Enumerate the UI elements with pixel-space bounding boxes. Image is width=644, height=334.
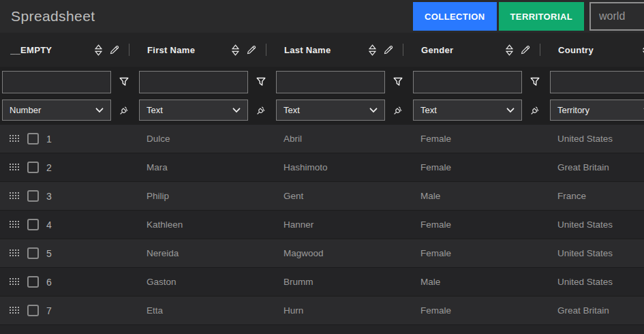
filter-input[interactable] bbox=[413, 71, 522, 93]
row-checkbox[interactable] bbox=[27, 190, 39, 202]
type-select[interactable]: Text bbox=[413, 100, 522, 121]
filter-input[interactable] bbox=[2, 71, 111, 93]
table-row[interactable]: 2 Mara Hashimoto Female Great Britain bbox=[0, 153, 644, 182]
type-select[interactable]: Text bbox=[276, 100, 385, 121]
cell-gender[interactable]: Male bbox=[411, 182, 548, 210]
row-checkbox[interactable] bbox=[27, 219, 39, 230]
type-select[interactable]: Territory bbox=[550, 100, 644, 121]
type-select[interactable]: Number bbox=[2, 100, 111, 121]
filter-icon[interactable] bbox=[393, 77, 403, 87]
cell-gender[interactable]: Female bbox=[411, 153, 548, 181]
cell-country[interactable]: Great Britain bbox=[548, 297, 644, 324]
drag-handle-icon[interactable] bbox=[10, 135, 20, 142]
cell-first-name[interactable]: Nereida bbox=[137, 239, 274, 267]
sort-icon[interactable] bbox=[94, 44, 103, 56]
edit-icon[interactable] bbox=[383, 44, 394, 55]
row-number: 3 bbox=[46, 191, 52, 202]
header-row: __EMPTY First Name bbox=[0, 33, 644, 67]
cell-gender[interactable]: Male bbox=[411, 268, 548, 296]
type-row: Number Text bbox=[0, 97, 644, 125]
filter-cell bbox=[411, 67, 548, 97]
filter-icon[interactable] bbox=[119, 77, 129, 87]
sort-icon[interactable] bbox=[231, 44, 240, 56]
connect-plug-icon[interactable] bbox=[119, 105, 129, 115]
filter-cell bbox=[274, 67, 411, 97]
row-checkbox[interactable] bbox=[27, 305, 39, 316]
type-select-value: Text bbox=[420, 105, 437, 115]
cell-country[interactable]: United States bbox=[548, 211, 644, 239]
column-header-label: __EMPTY bbox=[10, 45, 94, 55]
edit-icon[interactable] bbox=[246, 44, 257, 55]
type-cell: Text bbox=[137, 97, 274, 125]
cell-last-name[interactable]: Abril bbox=[274, 125, 411, 153]
rows-container: 1 Dulce Abril Female United States 2 Mar… bbox=[0, 125, 644, 325]
chevron-down-icon bbox=[506, 108, 515, 113]
cell-last-name[interactable]: Hashimoto bbox=[274, 153, 411, 181]
type-select-value: Number bbox=[10, 105, 41, 115]
search-input[interactable] bbox=[589, 2, 644, 31]
cell-first-name[interactable]: Dulce bbox=[137, 125, 274, 153]
cell-country[interactable]: France bbox=[548, 182, 644, 210]
cell-gender[interactable]: Female bbox=[411, 239, 548, 267]
connect-plug-icon[interactable] bbox=[530, 105, 540, 115]
connect-plug-icon[interactable] bbox=[393, 105, 403, 115]
cell-first-name[interactable]: Mara bbox=[137, 153, 274, 181]
drag-handle-icon[interactable] bbox=[10, 278, 20, 286]
cell-gender[interactable]: Female bbox=[411, 125, 548, 153]
cell-last-name[interactable]: Magwood bbox=[274, 239, 411, 267]
column-separator bbox=[266, 44, 266, 56]
filter-icon[interactable] bbox=[530, 77, 540, 87]
table-row[interactable]: 6 Gaston Brumm Male United States bbox=[0, 268, 644, 297]
connect-plug-icon[interactable] bbox=[256, 105, 266, 115]
cell-first-name[interactable]: Philip bbox=[137, 182, 274, 210]
cell-last-name[interactable]: Brumm bbox=[274, 268, 411, 296]
collection-button[interactable]: COLLECTION bbox=[413, 2, 497, 31]
cell-first-name[interactable]: Etta bbox=[137, 297, 274, 324]
type-select[interactable]: Text bbox=[139, 100, 248, 121]
connect-icon-slot bbox=[522, 100, 548, 121]
table-row[interactable]: 4 Kathleen Hanner Female United States bbox=[0, 211, 644, 239]
table-row[interactable]: 5 Nereida Magwood Female United States bbox=[0, 239, 644, 268]
drag-handle-icon[interactable] bbox=[10, 221, 20, 228]
drag-handle-icon[interactable] bbox=[10, 164, 20, 171]
row-number: 5 bbox=[46, 248, 52, 259]
column-separator bbox=[403, 44, 403, 56]
row-checkbox[interactable] bbox=[27, 162, 39, 173]
table-row[interactable]: 3 Philip Gent Male France bbox=[0, 182, 644, 211]
drag-handle-icon[interactable] bbox=[10, 249, 20, 257]
filter-icon-slot bbox=[111, 77, 137, 87]
sort-icon[interactable] bbox=[368, 44, 377, 56]
row-head-cell: 1 bbox=[0, 125, 137, 153]
row-head-cell: 4 bbox=[0, 211, 137, 239]
filter-input[interactable] bbox=[276, 71, 385, 93]
edit-icon[interactable] bbox=[520, 44, 531, 55]
cell-gender[interactable]: Female bbox=[411, 297, 548, 324]
table-row[interactable]: 1 Dulce Abril Female United States bbox=[0, 125, 644, 153]
chevron-down-icon bbox=[369, 108, 378, 113]
filter-input[interactable] bbox=[139, 71, 248, 93]
cell-first-name[interactable]: Kathleen bbox=[137, 211, 274, 239]
cell-last-name[interactable]: Gent bbox=[274, 182, 411, 210]
drag-handle-icon[interactable] bbox=[10, 192, 20, 200]
cell-country[interactable]: United States bbox=[548, 239, 644, 267]
filter-input[interactable] bbox=[550, 71, 644, 93]
cell-gender[interactable]: Female bbox=[411, 211, 548, 239]
cell-last-name[interactable]: Hurn bbox=[274, 297, 411, 324]
row-checkbox[interactable] bbox=[27, 247, 39, 259]
filter-icon[interactable] bbox=[256, 77, 266, 87]
table-row[interactable]: 7 Etta Hurn Female Great Britain bbox=[0, 297, 644, 325]
cell-country[interactable]: Great Britain bbox=[548, 153, 644, 181]
row-checkbox[interactable] bbox=[27, 133, 39, 145]
sort-icon[interactable] bbox=[505, 44, 514, 56]
cell-country[interactable]: United States bbox=[548, 268, 644, 296]
row-head-cell: 2 bbox=[0, 153, 137, 181]
cell-last-name[interactable]: Hanner bbox=[274, 211, 411, 239]
edit-icon[interactable] bbox=[109, 44, 120, 55]
drag-handle-icon[interactable] bbox=[10, 307, 20, 314]
row-checkbox[interactable] bbox=[27, 276, 39, 288]
cell-first-name[interactable]: Gaston bbox=[137, 268, 274, 296]
column-header-label: Gender bbox=[421, 45, 505, 55]
cell-country[interactable]: United States bbox=[548, 125, 644, 153]
partial-next-row bbox=[0, 325, 644, 334]
territorial-button[interactable]: TERRITORIAL bbox=[499, 2, 585, 31]
